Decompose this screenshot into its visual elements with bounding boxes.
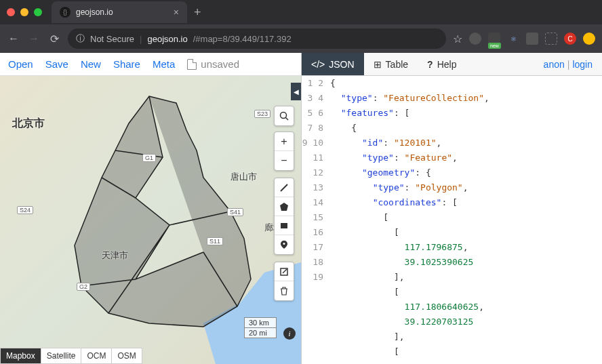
road-label: S11: [207, 237, 223, 245]
map-search-control: [274, 106, 294, 126]
code-panel: </> JSON ⊞ Table ? Help anon | login 1 2…: [301, 53, 602, 364]
scale-control: 30 km 20 mi: [244, 317, 277, 338]
back-button[interactable]: ←: [7, 33, 20, 45]
tab-bar: {} geojson.io × +: [0, 0, 602, 24]
map-canvas[interactable]: 北京市 唐山市 天津市 廊坊 S23 G1 S24 S41 S11 G2 + −: [0, 76, 301, 364]
code-content[interactable]: { "type": "FeatureCollection", "features…: [330, 76, 602, 364]
layer-mapbox[interactable]: Mapbox: [0, 348, 41, 364]
meta-menu[interactable]: Meta: [153, 58, 175, 70]
favicon-icon: {}: [60, 7, 71, 18]
reload-button[interactable]: ⟳: [47, 33, 61, 45]
file-icon: [187, 59, 197, 70]
address-bar-row: ← → ⟳ ⓘ Not Secure | geojson.io/#map=8/3…: [0, 24, 602, 53]
scale-km: 30 km: [244, 317, 277, 328]
layer-satellite[interactable]: Satellite: [41, 348, 82, 364]
draw-polygon-icon[interactable]: [275, 197, 294, 216]
tab-label: Table: [386, 59, 408, 70]
close-tab-button[interactable]: ×: [174, 7, 179, 18]
help-icon: ?: [427, 59, 433, 70]
draw-rectangle-icon[interactable]: [275, 216, 294, 235]
edit-icon[interactable]: [275, 262, 294, 281]
tab-label: Help: [437, 59, 457, 70]
svg-marker-3: [280, 203, 288, 211]
new-menu[interactable]: New: [81, 58, 101, 70]
svg-point-0: [281, 113, 287, 119]
map-edit-control: [274, 262, 294, 301]
map-zoom-control: + −: [274, 132, 294, 171]
tab-help[interactable]: ? Help: [418, 53, 466, 75]
draw-line-icon[interactable]: [275, 178, 294, 197]
scale-mi: 20 mi: [244, 328, 277, 338]
collapse-handle[interactable]: ◀: [291, 83, 301, 100]
svg-rect-4: [281, 223, 287, 228]
layer-ocm[interactable]: OCM: [81, 348, 112, 364]
svg-line-2: [281, 184, 287, 191]
minimize-window-button[interactable]: [20, 8, 28, 16]
tab-title: geojson.io: [76, 7, 113, 17]
security-status: Not Secure: [90, 34, 134, 44]
tab-json[interactable]: </> JSON: [302, 53, 364, 75]
open-menu[interactable]: Open: [8, 58, 33, 70]
separator: |: [567, 59, 570, 70]
map-city-label: 北京市: [12, 117, 45, 131]
map-menu: Open Save New Share Meta unsaved: [0, 53, 301, 76]
url-path: /#map=8/39.449/117.392: [193, 34, 292, 44]
extension-icon[interactable]: [526, 33, 538, 45]
unsaved-label: unsaved: [201, 58, 239, 70]
browser-tab[interactable]: {} geojson.io ×: [52, 1, 187, 23]
tab-table[interactable]: ⊞ Table: [364, 53, 418, 75]
road-label: G2: [77, 283, 90, 291]
browser-chrome: {} geojson.io × + ← → ⟳ ⓘ Not Secure | g…: [0, 0, 602, 53]
window-controls: [7, 8, 42, 16]
map-city-label: 唐山市: [230, 171, 257, 183]
map-city-label: 天津市: [102, 249, 128, 262]
road-label: S24: [17, 206, 33, 214]
app: Open Save New Share Meta unsaved 北京市 唐山市…: [0, 53, 602, 364]
separator: |: [140, 34, 142, 44]
new-badge: new: [488, 43, 501, 49]
close-window-button[interactable]: [7, 8, 15, 16]
extension-icon[interactable]: [583, 33, 595, 45]
extension-icon[interactable]: [545, 33, 557, 45]
delete-icon[interactable]: [275, 281, 294, 300]
anon-link[interactable]: anon: [544, 59, 565, 70]
search-icon[interactable]: [275, 106, 294, 125]
layer-osm[interactable]: OSM: [112, 348, 142, 364]
attribution-icon[interactable]: i: [283, 327, 296, 340]
address-bar[interactable]: ⓘ Not Secure | geojson.io/#map=8/39.449/…: [68, 28, 446, 49]
new-tab-button[interactable]: +: [194, 5, 201, 20]
url-host: geojson.io: [147, 34, 187, 44]
line-gutter: 1 2 3 4 5 6 7 8 9 10 11 12 13 14 15 16 1…: [302, 76, 330, 364]
layer-switcher: Mapbox Satellite OCM OSM: [0, 348, 142, 364]
maximize-window-button[interactable]: [34, 8, 42, 16]
road-label: S41: [227, 208, 243, 216]
code-editor[interactable]: 1 2 3 4 5 6 7 8 9 10 11 12 13 14 15 16 1…: [302, 76, 602, 364]
extension-icon[interactable]: ⚛: [507, 33, 519, 45]
extension-icon[interactable]: new: [488, 33, 500, 45]
road-label: S23: [254, 110, 270, 118]
tab-label: JSON: [329, 59, 354, 70]
zoom-out-button[interactable]: −: [275, 151, 294, 170]
extension-icons: new ⚛ C: [469, 33, 595, 45]
svg-point-5: [283, 243, 285, 245]
map-panel: Open Save New Share Meta unsaved 北京市 唐山市…: [0, 53, 301, 364]
code-icon: </>: [311, 59, 325, 70]
code-tabs: </> JSON ⊞ Table ? Help anon | login: [302, 53, 602, 76]
bookmark-icon[interactable]: ☆: [453, 33, 462, 45]
save-menu[interactable]: Save: [45, 58, 68, 70]
draw-marker-icon[interactable]: [275, 235, 294, 254]
zoom-in-button[interactable]: +: [275, 132, 294, 151]
table-icon: ⊞: [374, 59, 382, 70]
auth-links: anon | login: [534, 53, 602, 75]
info-icon: ⓘ: [76, 33, 85, 45]
extension-icon[interactable]: [469, 33, 481, 45]
share-menu[interactable]: Share: [113, 58, 140, 70]
forward-button[interactable]: →: [27, 33, 41, 45]
profile-icon[interactable]: C: [564, 33, 576, 45]
map-draw-control: [274, 178, 294, 255]
svg-line-1: [286, 118, 289, 121]
road-label: G1: [142, 154, 156, 162]
unsaved-indicator: unsaved: [187, 58, 239, 70]
login-link[interactable]: login: [572, 59, 593, 70]
